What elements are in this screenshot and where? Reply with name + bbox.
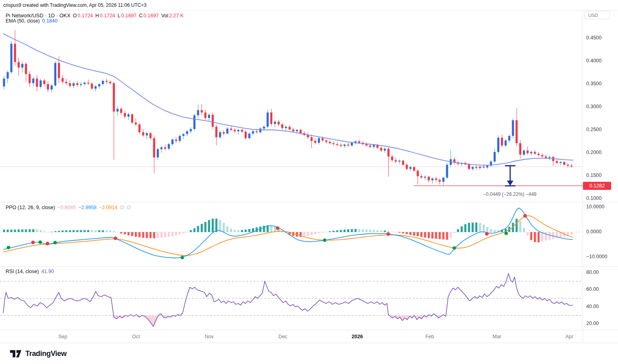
ema-value: 0.1840 — [42, 18, 58, 24]
price-tick: 0.4000 — [586, 58, 602, 64]
tradingview-logo[interactable]: TradingView — [10, 348, 66, 359]
ppo-title: PPO (12, 26, 9, close) — [6, 205, 55, 210]
rsi-legend[interactable]: RSI (14, close) 41.90 — [6, 269, 54, 274]
low-label: L — [117, 13, 120, 19]
time-axis-label: Nov — [205, 334, 214, 339]
time-axis-label: Mar — [492, 334, 501, 339]
support-price-badge: 0.1282 — [583, 182, 611, 190]
open-label: O — [73, 13, 77, 19]
rsi-tick: 60.00 — [586, 286, 599, 292]
ppo-empty-icon-1: ∅ — [120, 204, 124, 210]
time-axis-label: Feb — [425, 334, 434, 339]
symbol-legend: Pi Network/USD · 1D · OKX O0.1724 H0.172… — [6, 12, 183, 19]
volume-value: 2.27 K — [169, 13, 183, 19]
close-label: C — [139, 13, 143, 19]
ppo-tick: 10.0000 — [586, 204, 604, 210]
volume-label: Vol — [161, 13, 168, 19]
footer-separator — [0, 343, 618, 343]
time-axis-label: Sep — [58, 334, 67, 339]
high-label: H — [95, 13, 99, 19]
time-axis-label: Dec — [278, 334, 287, 339]
price-tick: 0.2000 — [586, 150, 602, 155]
time-axis-label: 2026 — [352, 334, 363, 339]
ppo-legend[interactable]: PPO (12, 26, 9, close) −0.9045 −2.9958 −… — [6, 204, 131, 210]
measure-tool-label: −0.0449 (−26.22%) −449 — [466, 191, 554, 197]
high-value: 0.1724 — [100, 13, 115, 19]
ppo-tick: −10.0000 — [586, 254, 607, 259]
ppo-rsi-separator[interactable] — [0, 266, 618, 267]
tradingview-logo-icon — [10, 348, 22, 359]
symbol-title[interactable]: Pi Network/USD · 1D · OKX — [6, 12, 70, 19]
rsi-tick: 80.00 — [586, 269, 599, 275]
price-tick: 0.1500 — [586, 173, 602, 178]
tradingview-logo-text: TradingView — [25, 350, 66, 358]
rsi-tick: 40.00 — [586, 304, 599, 309]
rsi-value: 41.90 — [41, 269, 54, 274]
price-tick: 0.3000 — [586, 104, 602, 109]
price-ppo-separator[interactable] — [0, 202, 618, 202]
price-tick: 0.3500 — [586, 81, 602, 86]
attribution-text: crispus9 created with TradingView.com, A… — [3, 2, 146, 8]
close-value: 0.1697 — [144, 13, 159, 19]
ppo-tick: 0.0000 — [586, 229, 602, 234]
timeaxis-separator — [0, 330, 618, 330]
price-tick: 0.2500 — [586, 127, 602, 132]
time-axis-label: Oct — [132, 334, 140, 339]
chart-canvas[interactable] — [0, 0, 618, 364]
price-tick: 0.1000 — [586, 195, 602, 201]
header-separator — [0, 10, 618, 10]
ema-label: EMA (50, close) — [6, 18, 40, 24]
ppo-line-value: −2.9958 — [78, 205, 97, 210]
ppo-empty-icon-2: ∅ — [127, 204, 131, 210]
ppo-signal-value: −2.0914 — [99, 205, 117, 210]
price-axis-separator — [583, 10, 583, 343]
price-tick: 0.4500 — [586, 35, 602, 41]
ppo-hist-value: −0.9045 — [58, 205, 76, 210]
rsi-title: RSI (14, close) — [6, 269, 39, 274]
chart-root: crispus9 created with TradingView.com, A… — [0, 0, 618, 364]
rsi-tick: 20.00 — [586, 321, 599, 326]
open-value: 0.1724 — [78, 13, 93, 19]
time-axis-label: Apr — [565, 334, 573, 339]
currency-unit-button[interactable]: USD — [584, 11, 610, 19]
low-value: 0.1697 — [121, 13, 136, 19]
ema-legend[interactable]: EMA (50, close) 0.1840 — [6, 18, 58, 24]
